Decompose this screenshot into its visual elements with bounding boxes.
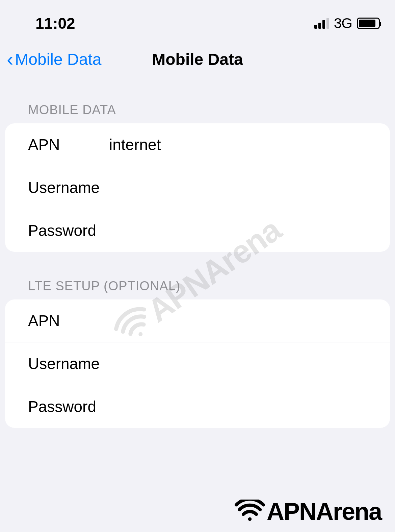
field-label-lte-username: Username (28, 355, 109, 373)
apn-input[interactable] (109, 136, 380, 154)
password-input[interactable] (109, 221, 380, 240)
back-button[interactable]: ‹ Mobile Data (7, 49, 101, 69)
status-bar: 11:02 3G (0, 0, 395, 39)
field-label-username: Username (28, 178, 109, 197)
section-group-mobile-data: APN Username Password (5, 123, 390, 252)
field-row-apn[interactable]: APN (5, 123, 390, 166)
chevron-left-icon: ‹ (7, 49, 13, 69)
page-title: Mobile Data (152, 50, 243, 69)
section-header-mobile-data: MOBILE DATA (5, 103, 390, 123)
wifi-icon (235, 500, 265, 523)
lte-apn-input[interactable] (109, 312, 380, 330)
back-label: Mobile Data (15, 50, 101, 69)
field-label-apn: APN (28, 136, 109, 154)
field-row-password[interactable]: Password (5, 209, 390, 252)
network-type-label: 3G (334, 15, 352, 31)
field-label-lte-apn: APN (28, 312, 109, 330)
field-label-lte-password: Password (28, 397, 109, 416)
lte-username-input[interactable] (109, 355, 380, 373)
signal-icon (314, 18, 329, 29)
lte-password-input[interactable] (109, 397, 380, 416)
field-row-lte-password[interactable]: Password (5, 385, 390, 428)
status-indicators: 3G (314, 15, 380, 31)
content-area: MOBILE DATA APN Username Password LTE SE… (0, 82, 395, 428)
battery-icon (357, 18, 380, 29)
section-header-lte-setup: LTE SETUP (OPTIONAL) (5, 279, 390, 299)
field-row-lte-username[interactable]: Username (5, 342, 390, 385)
watermark-bottom: APNArena (235, 498, 381, 525)
field-row-lte-apn[interactable]: APN (5, 299, 390, 342)
watermark-bottom-text: APNArena (267, 498, 381, 525)
field-label-password: Password (28, 221, 109, 240)
field-row-username[interactable]: Username (5, 166, 390, 209)
section-group-lte-setup: APN Username Password (5, 299, 390, 428)
navigation-bar: ‹ Mobile Data Mobile Data (0, 39, 395, 82)
username-input[interactable] (109, 178, 380, 197)
status-time: 11:02 (35, 14, 75, 32)
